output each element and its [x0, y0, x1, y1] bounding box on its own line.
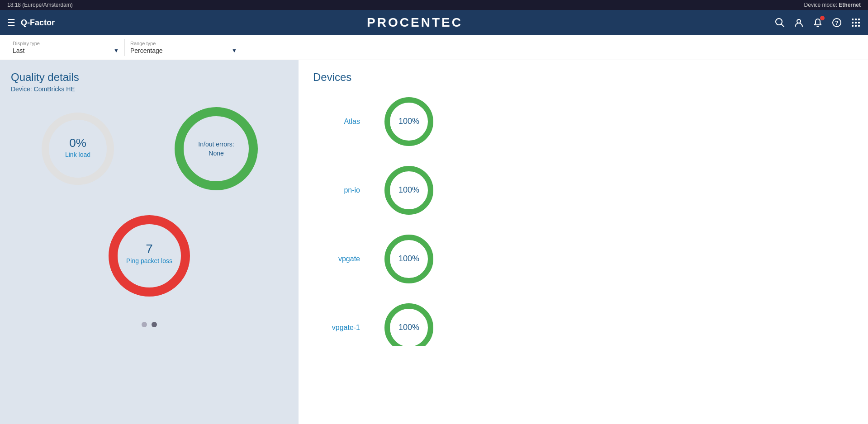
svg-text:Ping packet loss: Ping packet loss [126, 257, 172, 264]
logo: PROCENTEC [367, 15, 463, 30]
svg-rect-5 [852, 19, 854, 20]
svg-rect-6 [855, 19, 857, 20]
svg-text:None: None [209, 150, 224, 157]
header-left: ☰ Q-Factor [7, 17, 55, 28]
display-type-label: Display type [13, 41, 119, 46]
display-type-group: Display type Last ▼ [7, 39, 125, 56]
svg-rect-11 [852, 25, 854, 27]
ping-packet-loss-gauge: 7 Ping packet loss [105, 212, 194, 300]
display-type-chevron: ▼ [114, 47, 119, 54]
bell-icon[interactable] [813, 18, 823, 28]
device-name: pn-io [313, 186, 367, 194]
device-row[interactable]: vpgate 100% [313, 232, 854, 286]
main-header: ☰ Q-Factor PROCENTEC ? [0, 10, 868, 35]
svg-rect-12 [855, 25, 857, 27]
pagination-dot-1[interactable] [142, 322, 147, 327]
svg-text:100%: 100% [398, 323, 419, 332]
device-list: Atlas 100% pn-io 100% vpgate [313, 94, 854, 355]
svg-text:Link load: Link load [65, 151, 90, 158]
display-type-select[interactable]: Last ▼ [13, 47, 119, 54]
device-name: Atlas [313, 118, 367, 126]
svg-point-2 [797, 19, 801, 23]
device-row[interactable]: Atlas 100% [313, 94, 854, 149]
header-right: ? [775, 18, 861, 28]
svg-text:7: 7 [146, 242, 153, 256]
range-type-label: Range type [130, 41, 237, 46]
device-gauge: 100% [382, 163, 436, 217]
svg-rect-10 [858, 22, 860, 24]
svg-rect-7 [858, 19, 860, 20]
user-icon[interactable] [794, 18, 804, 28]
svg-rect-8 [852, 22, 854, 24]
svg-text:In/out errors:: In/out errors: [198, 141, 234, 148]
quality-panel: Quality details Device: ComBricks HE 0% … [0, 60, 299, 424]
main-content: Quality details Device: ComBricks HE 0% … [0, 60, 868, 424]
quality-title: Quality details [11, 71, 288, 84]
status-bar-device-mode: Device mode: Ethernet [804, 2, 861, 8]
svg-rect-9 [855, 22, 857, 24]
help-icon[interactable]: ? [832, 18, 842, 28]
search-icon[interactable] [775, 18, 785, 28]
hamburger-icon[interactable]: ☰ [7, 17, 15, 28]
device-row[interactable]: pn-io 100% [313, 163, 854, 217]
svg-text:?: ? [835, 19, 839, 26]
range-type-value: Percentage [130, 47, 163, 54]
svg-line-1 [782, 24, 784, 27]
range-type-chevron: ▼ [232, 47, 237, 54]
devices-panel: Devices Atlas 100% pn-io 100% vpgate [299, 60, 868, 424]
pagination-dot-2[interactable] [152, 322, 157, 327]
link-load-gauge: 0% Link load [37, 108, 119, 189]
app-title: Q-Factor [21, 18, 55, 28]
status-bar: 18:18 (Europe/Amsterdam) Device mode: Et… [0, 0, 868, 10]
device-row[interactable]: vpgate-1 100% [313, 301, 854, 355]
quality-device: Device: ComBricks HE [11, 85, 288, 93]
svg-rect-13 [858, 25, 860, 27]
svg-text:100%: 100% [398, 117, 419, 126]
display-type-value: Last [13, 47, 24, 54]
svg-text:0%: 0% [69, 136, 86, 150]
pagination-dots [11, 322, 288, 327]
svg-text:100%: 100% [398, 254, 419, 263]
device-gauge: 100% [382, 94, 436, 149]
status-bar-time: 18:18 (Europe/Amsterdam) [7, 2, 73, 8]
bottom-gauges-row: 7 Ping packet loss [11, 212, 288, 300]
inout-errors-gauge: In/out errors: None [171, 104, 261, 194]
filter-bar: Display type Last ▼ Range type Percentag… [0, 35, 868, 60]
grid-icon[interactable] [851, 18, 861, 28]
svg-point-20 [113, 220, 185, 292]
device-gauge: 100% [382, 301, 436, 355]
device-name: vpgate-1 [313, 324, 367, 332]
svg-text:100%: 100% [398, 185, 419, 194]
device-name: vpgate [313, 255, 367, 263]
bell-badge [820, 16, 825, 20]
devices-title: Devices [313, 71, 854, 84]
svg-point-17 [179, 112, 253, 186]
range-type-select[interactable]: Percentage ▼ [130, 47, 237, 54]
device-gauge: 100% [382, 232, 436, 286]
range-type-group: Range type Percentage ▼ [125, 39, 242, 56]
top-gauges-row: 0% Link load In/out errors: None [11, 104, 288, 194]
